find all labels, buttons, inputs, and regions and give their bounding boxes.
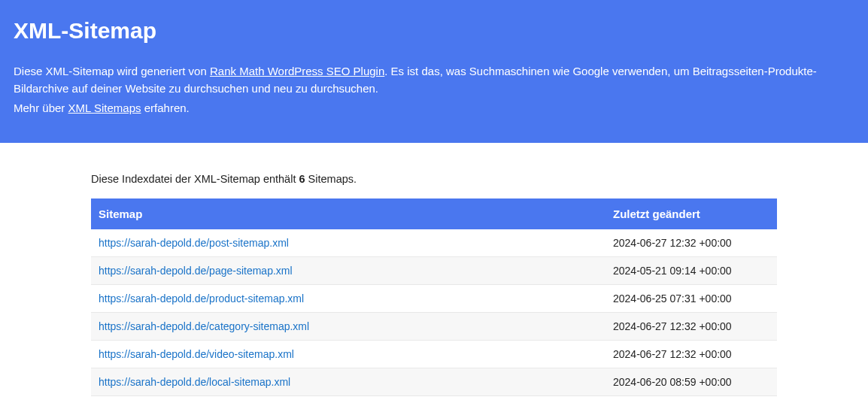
sitemap-cell: https://sarah-depold.de/product-sitemap.… bbox=[91, 284, 605, 312]
count-before: Diese Indexdatei der XML-Sitemap enthält bbox=[91, 173, 299, 185]
count-after: Sitemaps. bbox=[305, 173, 357, 185]
table-row: https://sarah-depold.de/video-sitemap.xm… bbox=[91, 340, 777, 368]
modified-cell: 2024-06-25 07:31 +00:00 bbox=[605, 284, 777, 312]
main-container: Diese Indexdatei der XML-Sitemap enthält… bbox=[91, 143, 777, 401]
table-row: https://sarah-depold.de/page-sitemap.xml… bbox=[91, 256, 777, 284]
more-after: erfahren. bbox=[141, 102, 190, 114]
sitemap-link[interactable]: https://sarah-depold.de/product-sitemap.… bbox=[99, 292, 304, 305]
sitemap-link[interactable]: https://sarah-depold.de/category-sitemap… bbox=[99, 320, 309, 332]
modified-cell: 2024-06-27 12:32 +00:00 bbox=[605, 312, 777, 340]
modified-cell: 2024-06-27 12:32 +00:00 bbox=[605, 229, 777, 257]
modified-cell: 2024-06-27 12:32 +00:00 bbox=[605, 340, 777, 368]
sitemap-table: Sitemap Zuletzt geändert https://sarah-d… bbox=[91, 198, 777, 396]
table-header-row: Sitemap Zuletzt geändert bbox=[91, 198, 777, 229]
sitemap-link[interactable]: https://sarah-depold.de/local-sitemap.xm… bbox=[99, 376, 290, 388]
more-before: Mehr über bbox=[14, 102, 68, 114]
intro-text: Diese XML-Sitemap wird generiert von Ran… bbox=[14, 63, 854, 97]
intro-before: Diese XML-Sitemap wird generiert von bbox=[14, 65, 210, 77]
sitemap-cell: https://sarah-depold.de/local-sitemap.xm… bbox=[91, 368, 605, 395]
rankmath-link[interactable]: Rank Math WordPress SEO Plugin bbox=[210, 65, 384, 77]
sitemap-link[interactable]: https://sarah-depold.de/video-sitemap.xm… bbox=[99, 348, 294, 360]
sitemap-cell: https://sarah-depold.de/video-sitemap.xm… bbox=[91, 340, 605, 368]
table-row: https://sarah-depold.de/local-sitemap.xm… bbox=[91, 368, 777, 395]
more-text: Mehr über XML Sitemaps erfahren. bbox=[14, 100, 854, 117]
modified-cell: 2024-06-20 08:59 +00:00 bbox=[605, 368, 777, 395]
page-title: XML-Sitemap bbox=[14, 18, 854, 44]
table-row: https://sarah-depold.de/product-sitemap.… bbox=[91, 284, 777, 312]
count-number: 6 bbox=[299, 173, 305, 185]
col-sitemap: Sitemap bbox=[91, 198, 605, 229]
sitemap-cell: https://sarah-depold.de/post-sitemap.xml bbox=[91, 229, 605, 257]
sitemap-link[interactable]: https://sarah-depold.de/post-sitemap.xml bbox=[99, 237, 289, 249]
xml-sitemaps-link[interactable]: XML Sitemaps bbox=[68, 102, 141, 114]
table-row: https://sarah-depold.de/post-sitemap.xml… bbox=[91, 229, 777, 257]
table-row: https://sarah-depold.de/category-sitemap… bbox=[91, 312, 777, 340]
sitemap-link[interactable]: https://sarah-depold.de/page-sitemap.xml bbox=[99, 265, 293, 277]
count-line: Diese Indexdatei der XML-Sitemap enthält… bbox=[91, 173, 777, 185]
col-modified: Zuletzt geändert bbox=[605, 198, 777, 229]
sitemap-cell: https://sarah-depold.de/category-sitemap… bbox=[91, 312, 605, 340]
modified-cell: 2024-05-21 09:14 +00:00 bbox=[605, 256, 777, 284]
header-banner: XML-Sitemap Diese XML-Sitemap wird gener… bbox=[0, 0, 868, 143]
sitemap-cell: https://sarah-depold.de/page-sitemap.xml bbox=[91, 256, 605, 284]
